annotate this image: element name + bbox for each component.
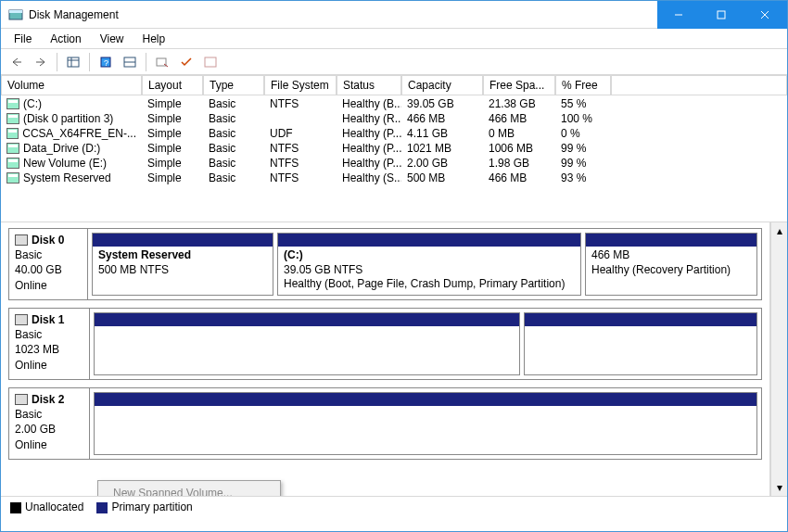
legend-primary: Primary partition	[96, 500, 192, 513]
blank-icon[interactable]	[200, 52, 221, 72]
cell-filesystem	[264, 111, 337, 126]
disk-name: Disk 1	[32, 312, 64, 327]
col-filesystem[interactable]: File System	[264, 75, 337, 95]
col-layout[interactable]: Layout	[142, 75, 203, 95]
partition-color-bar	[278, 234, 580, 247]
help-icon[interactable]: ?	[95, 52, 116, 72]
menu-view[interactable]: View	[93, 31, 132, 47]
context-menu: New Spanned Volume... New Striped Volume…	[97, 480, 281, 496]
volume-name: CCSA_X64FRE_EN-...	[22, 127, 136, 140]
partition-color-bar	[95, 313, 519, 326]
table-row[interactable]: (Disk 0 partition 3)SimpleBasicHealthy (…	[1, 111, 787, 126]
action-icon[interactable]	[152, 52, 172, 72]
primary-swatch	[96, 502, 108, 513]
cell-status: Healthy (P...	[337, 141, 401, 156]
col-capacity[interactable]: Capacity	[401, 75, 483, 95]
cell-layout: Simple	[142, 141, 203, 156]
forward-button[interactable]	[31, 52, 51, 72]
cell-free: 466 MB	[483, 111, 555, 126]
cell-filesystem: UDF	[264, 126, 337, 141]
cell-layout: Simple	[142, 96, 203, 111]
disk-icon	[15, 394, 28, 405]
disk-info[interactable]: Disk 0Basic40.00 GBOnline	[9, 229, 88, 299]
cell-free: 1.98 GB	[483, 156, 555, 171]
partition-size: 500 MB NTFS	[98, 263, 267, 278]
view-list-icon[interactable]	[63, 52, 83, 72]
back-button[interactable]	[6, 52, 27, 72]
maximize-button[interactable]	[700, 1, 743, 29]
table-row[interactable]: CCSA_X64FRE_EN-...SimpleBasicUDFHealthy …	[1, 126, 787, 141]
partition-status: Healthy (Recovery Partition)	[591, 263, 751, 278]
table-row[interactable]: New Volume (E:)SimpleBasicNTFSHealthy (P…	[1, 156, 787, 171]
check-icon[interactable]	[176, 52, 197, 72]
app-icon	[8, 7, 23, 22]
cell-status: Healthy (R...	[337, 111, 401, 126]
cell-status: Healthy (S...	[337, 171, 401, 185]
cell-pfree: 55 %	[555, 96, 611, 111]
cell-layout: Simple	[142, 111, 203, 126]
partition[interactable]: 466 MBHealthy (Recovery Partition)	[585, 233, 757, 296]
partitions: System Reserved500 MB NTFS(C:)39.05 GB N…	[88, 229, 761, 299]
disk-block[interactable]: Disk 2Basic2.00 GBOnline	[8, 387, 762, 460]
menu-file[interactable]: File	[6, 31, 39, 47]
svg-rect-3	[718, 11, 725, 19]
minimize-button[interactable]	[657, 1, 700, 29]
col-spacer	[611, 75, 787, 95]
ctx-new-spanned[interactable]: New Spanned Volume...	[100, 483, 278, 496]
disks-view[interactable]: New Spanned Volume... New Striped Volume…	[1, 222, 770, 496]
drive-icon	[6, 143, 19, 154]
col-volume[interactable]: Volume	[1, 75, 142, 95]
disk-type: Basic	[15, 407, 83, 422]
partition-color-bar	[586, 234, 756, 247]
drive-icon	[6, 158, 19, 169]
svg-rect-8	[68, 57, 79, 67]
settings-icon[interactable]	[120, 52, 140, 72]
cell-filesystem: NTFS	[264, 141, 337, 156]
svg-rect-1	[9, 10, 22, 13]
partitions	[90, 388, 761, 459]
disk-size: 40.00 GB	[15, 262, 82, 277]
drive-icon	[6, 98, 19, 109]
vertical-scrollbar[interactable]: ▴ ▾	[770, 222, 787, 496]
volume-name: System Reserved	[23, 171, 111, 184]
partition[interactable]: System Reserved500 MB NTFS	[92, 233, 273, 296]
cell-status: Healthy (P...	[337, 126, 401, 141]
col-percentfree[interactable]: % Free	[555, 75, 611, 95]
disk-icon	[15, 314, 28, 325]
partition[interactable]: (C:)39.05 GB NTFSHealthy (Boot, Page Fil…	[277, 233, 581, 296]
table-row[interactable]: (C:)SimpleBasicNTFSHealthy (B...39.05 GB…	[1, 96, 787, 111]
col-freespace[interactable]: Free Spa...	[483, 75, 555, 95]
disk-info[interactable]: Disk 1Basic1023 MBOnline	[9, 309, 90, 379]
col-status[interactable]: Status	[337, 75, 401, 95]
partition-color-bar	[525, 313, 756, 326]
disk-info[interactable]: Disk 2Basic2.00 GBOnline	[9, 388, 90, 459]
scroll-up-icon[interactable]: ▴	[771, 222, 787, 239]
disk-block[interactable]: Disk 0Basic40.00 GBOnlineSystem Reserved…	[8, 228, 762, 300]
disk-name: Disk 2	[32, 392, 64, 407]
cell-status: Healthy (B...	[337, 96, 401, 111]
table-row[interactable]: System ReservedSimpleBasicNTFSHealthy (S…	[1, 171, 787, 185]
cell-type: Basic	[203, 126, 264, 141]
cell-pfree: 100 %	[555, 111, 611, 126]
close-button[interactable]	[743, 1, 787, 29]
cell-type: Basic	[203, 96, 264, 111]
partition[interactable]	[524, 312, 757, 375]
disk-block[interactable]: Disk 1Basic1023 MBOnline	[8, 308, 762, 380]
partition[interactable]	[94, 312, 520, 375]
partitions	[90, 309, 761, 379]
menu-action[interactable]: Action	[43, 31, 88, 47]
cell-free: 1006 MB	[483, 141, 555, 156]
menu-help[interactable]: Help	[135, 31, 173, 47]
cell-pfree: 93 %	[555, 171, 611, 185]
legend-unallocated: Unallocated	[10, 500, 83, 513]
disk-size: 1023 MB	[15, 342, 83, 357]
volume-name: New Volume (E:)	[23, 157, 107, 170]
disk-type: Basic	[15, 247, 82, 262]
cell-type: Basic	[203, 171, 264, 185]
table-row[interactable]: Data_Drive (D:)SimpleBasicNTFSHealthy (P…	[1, 141, 787, 156]
cell-pfree: 99 %	[555, 141, 611, 156]
toolbar-separator	[146, 53, 146, 71]
col-type[interactable]: Type	[203, 75, 264, 95]
scroll-down-icon[interactable]: ▾	[771, 479, 787, 496]
partition[interactable]	[94, 392, 757, 455]
